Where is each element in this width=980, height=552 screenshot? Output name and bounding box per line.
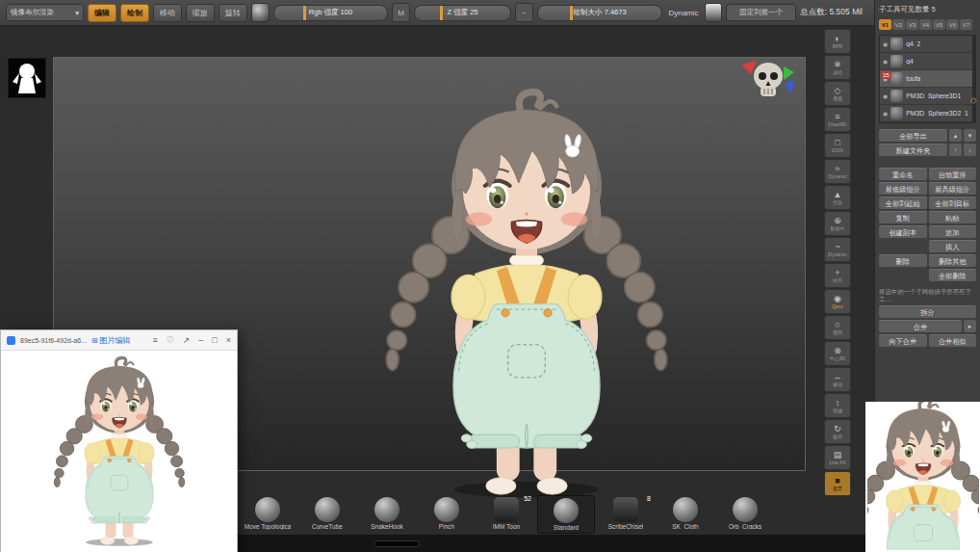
draw-button[interactable]: 绘制: [120, 4, 149, 22]
folder-down-icon[interactable]: ↓: [964, 144, 976, 156]
lowest-subdiv-button[interactable]: 最低级细分: [879, 182, 927, 195]
tab-v1[interactable]: V1: [879, 19, 891, 30]
image-edit-button[interactable]: ⊞ 图片编辑: [91, 335, 131, 346]
dynamic-persp-button[interactable]: ~Dynamic: [824, 237, 851, 262]
viewer-image-area[interactable]: [1, 351, 237, 552]
line-fill-button[interactable]: ▤Line Fill: [824, 445, 851, 470]
brush-standard[interactable]: Standard: [537, 495, 595, 534]
duplicate-button[interactable]: 创建副本: [879, 225, 927, 238]
subtool-row[interactable]: 15 ◉ toufa: [880, 70, 975, 88]
export-down-icon[interactable]: ▾: [964, 129, 976, 142]
line-fill-icon: ▤: [834, 450, 842, 460]
stroke-thumbnail-icon[interactable]: ~: [515, 3, 533, 22]
gear-icon[interactable]: ☼: [968, 93, 978, 105]
paste-button[interactable]: 粘贴: [929, 211, 977, 223]
merge-button[interactable]: 合并: [879, 320, 962, 332]
tab-v5[interactable]: V5: [933, 19, 945, 30]
export-up-icon[interactable]: ▴: [949, 129, 962, 142]
move-3d-button[interactable]: ↔移动: [824, 367, 851, 392]
eye-icon[interactable]: ◉: [883, 92, 888, 99]
eye-icon[interactable]: ◉: [883, 110, 888, 117]
brush-imm-toon[interactable]: 52 IMM Toon: [477, 495, 535, 534]
center-3d-button[interactable]: ⊗中心3D: [824, 341, 851, 366]
mrgb-mode-icon[interactable]: M: [392, 3, 410, 22]
reference-silhouette-thumbnail[interactable]: [8, 58, 46, 98]
merge-expand-icon[interactable]: ▸: [964, 320, 976, 332]
bpr-render-button[interactable]: ◐BPR: [824, 29, 851, 54]
merge-similar-button[interactable]: 合并相似: [929, 334, 977, 347]
brush-sk-cloth[interactable]: SK_Cloth: [657, 495, 714, 534]
brush-snakehook[interactable]: SnakeHook: [358, 495, 416, 534]
append-button[interactable]: 追加: [929, 225, 977, 238]
favorite-icon[interactable]: ♡: [167, 335, 174, 345]
subtool-row[interactable]: ◉ q4_2: [880, 36, 975, 53]
actual-size-button[interactable]: □100%: [824, 133, 851, 158]
folder-up-icon[interactable]: ↑: [949, 144, 962, 156]
align-button[interactable]: +对齐: [824, 263, 851, 288]
rename-button[interactable]: 重命名: [879, 168, 927, 180]
viewer-titlebar[interactable]: 89ec5-91f6-492d-a6... ⊞ 图片编辑 ≡ ♡ ↗ – □ ×: [1, 330, 237, 351]
export-all-button[interactable]: 全部导出: [879, 129, 947, 142]
brush-scribechisel[interactable]: 8 ScribeChisel: [597, 495, 655, 534]
transparency-button[interactable]: ○透明: [824, 315, 851, 340]
timeline-scrubber[interactable]: [374, 540, 420, 547]
subtool-row[interactable]: ◉ PM3D_Sphere3D2_1: [880, 105, 975, 122]
fullscreen-icon[interactable]: ↗: [183, 335, 191, 345]
insert-button[interactable]: 插入: [929, 240, 977, 252]
new-folder-button[interactable]: 新建文件夹: [879, 144, 947, 156]
close-icon[interactable]: ×: [226, 335, 231, 345]
rotate-3d-button[interactable]: ↻旋转: [824, 419, 851, 444]
brush-curvetube[interactable]: CurveTube: [298, 495, 356, 534]
perspective-button[interactable]: ◇透视: [824, 81, 851, 106]
brush-move-topological[interactable]: Move Topologica: [239, 495, 297, 534]
subtool-row[interactable]: ◉ PM3D_Sphere3D1: [880, 88, 975, 105]
merge-down-button[interactable]: 向下合并: [879, 334, 927, 347]
qevz-button[interactable]: ◉Qevz: [824, 289, 851, 314]
render-mode-dropdown[interactable]: 镜像布尔渲染 ▾: [6, 4, 84, 21]
all-to-target-button[interactable]: 全部到目标: [929, 197, 977, 209]
eye-icon[interactable]: ◉: [883, 40, 888, 47]
camera-gizmo[interactable]: [739, 59, 795, 109]
edit-button[interactable]: 编辑: [88, 4, 116, 22]
frame-center-button[interactable]: ⊕帧居中: [824, 211, 851, 236]
tab-v4[interactable]: V4: [919, 19, 932, 30]
alpha-thumbnail-icon[interactable]: [705, 3, 723, 22]
maximize-icon[interactable]: □: [212, 335, 217, 345]
delete-button[interactable]: 删除: [879, 254, 927, 267]
eye-icon[interactable]: ◉: [883, 58, 888, 65]
minimize-icon[interactable]: –: [198, 335, 203, 345]
delete-others-button[interactable]: 删除其他: [929, 254, 977, 267]
tab-v2[interactable]: V2: [892, 19, 905, 30]
tab-v6[interactable]: V6: [946, 19, 959, 30]
menu-icon[interactable]: ≡: [152, 335, 157, 345]
draw-size-slider[interactable]: 绘制大小 7.4673: [537, 5, 663, 21]
delete-all-button[interactable]: 全部删除: [929, 269, 977, 281]
all-to-start-button[interactable]: 全部到起始: [879, 197, 927, 209]
focal-pin-button[interactable]: 固定到最一个: [726, 4, 796, 21]
split-button[interactable]: 拆分: [879, 305, 976, 318]
rgb-intensity-slider[interactable]: Rgb 强度 100: [273, 5, 389, 21]
tab-v3[interactable]: V3: [906, 19, 918, 30]
scale-button[interactable]: 缩放: [186, 4, 215, 22]
scrollbar[interactable]: [972, 36, 975, 122]
freeze-button[interactable]: ❄冻结: [824, 55, 851, 80]
freeze-icon: ❄: [834, 60, 841, 69]
mask-button[interactable]: ■遮罩: [824, 471, 851, 496]
subtool-row[interactable]: ◉ q4: [880, 53, 975, 70]
render-button[interactable]: ▲渲染: [824, 185, 851, 210]
copy-button[interactable]: 复制: [879, 211, 927, 223]
sculpted-character-model[interactable]: [368, 80, 685, 513]
image-viewer-window[interactable]: 89ec5-91f6-492d-a6... ⊞ 图片编辑 ≡ ♡ ↗ – □ ×: [0, 329, 238, 552]
z-intensity-slider[interactable]: Z 强度 25: [414, 5, 511, 21]
move-button[interactable]: 移动: [153, 4, 182, 22]
highest-subdiv-button[interactable]: 最高级细分: [929, 182, 977, 195]
rotate-button[interactable]: 旋转: [219, 4, 247, 22]
auto-reorder-button[interactable]: 自动重排: [929, 168, 977, 180]
brush-pinch[interactable]: Pinch: [418, 495, 476, 534]
scale-3d-button[interactable]: ↕缩放: [824, 393, 851, 418]
tab-v7[interactable]: V7: [960, 19, 972, 30]
dynamic-mode-button[interactable]: ≈Dynamic: [824, 159, 851, 184]
brush-orb-cracks[interactable]: Orb_Cracks: [716, 495, 774, 534]
drawmd-button[interactable]: ≡DrawMD: [824, 107, 851, 132]
material-thumbnail-icon[interactable]: [251, 3, 270, 22]
